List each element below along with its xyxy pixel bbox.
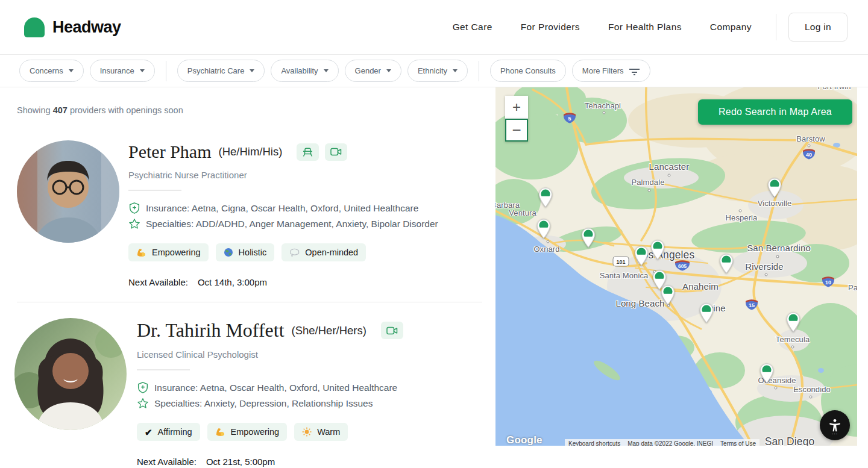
- filter-label: More Filters: [582, 66, 624, 75]
- specialties-text: Specialties: Anxiety, Depression, Relati…: [154, 398, 373, 409]
- trait-empowering: Empowering: [128, 243, 209, 261]
- map-label-palmdale: Palmdale: [632, 178, 665, 187]
- muscle-icon: [136, 248, 146, 257]
- map-label-fort-irwin: Fort Irwin: [817, 87, 851, 91]
- filter-lines-icon: [629, 67, 640, 75]
- globe-icon: [224, 248, 233, 257]
- filter-label: Concerns: [30, 66, 63, 75]
- filter-insurance[interactable]: Insurance: [90, 60, 155, 82]
- specialties-row: Specialties: Anxiety, Depression, Relati…: [137, 398, 403, 410]
- chevron-down-icon: [140, 69, 145, 72]
- card-divider: [137, 369, 190, 370]
- chevron-down-icon: [69, 69, 74, 72]
- map-pin[interactable]: [650, 240, 665, 263]
- nav-get-care[interactable]: Get Care: [453, 22, 492, 33]
- route-shield-i605: 605: [673, 258, 691, 274]
- google-logo[interactable]: Google: [506, 434, 542, 446]
- card-divider: [128, 190, 181, 191]
- nav-for-providers[interactable]: For Providers: [521, 22, 580, 33]
- filter-ethnicity[interactable]: Ethnicity: [407, 60, 468, 82]
- map-label-tehachapi: Tehachapi: [585, 101, 621, 110]
- route-shield-us101: 101: [612, 256, 629, 269]
- map-pin[interactable]: [699, 303, 714, 326]
- insurance-text: Insurance: Aetna, Oscar Health, Oxford, …: [154, 382, 397, 393]
- route-shield-i15: 15: [744, 298, 760, 313]
- provider-results-panel: Showing 407 providers with openings soon: [0, 87, 495, 468]
- check-icon: ✔: [145, 428, 153, 437]
- town-dot: [775, 387, 778, 390]
- headway-logo-icon: [24, 17, 45, 37]
- filter-concerns[interactable]: Concerns: [19, 60, 84, 82]
- map-label-long-beach: Long Beach: [615, 298, 664, 308]
- map-data-text: Map data ©2022 Google, INEGI: [624, 439, 717, 446]
- map-pin[interactable]: [760, 363, 774, 386]
- muscle-icon: [215, 427, 225, 437]
- results-prefix: Showing: [17, 105, 51, 115]
- map-pin[interactable]: [536, 219, 551, 242]
- map-pin[interactable]: [661, 285, 675, 308]
- next-available-row: Next Available: Oct 21st, 5:00pm: [137, 457, 403, 467]
- provider-pronouns: (He/Him/His): [218, 145, 282, 158]
- filter-more-filters[interactable]: More Filters: [572, 60, 651, 82]
- map-pin[interactable]: [767, 178, 782, 201]
- nav-for-health-plans[interactable]: For Health Plans: [608, 22, 682, 33]
- shield-plus-icon: [137, 381, 149, 394]
- trait-badges: Empowering Holistic: [128, 243, 438, 261]
- filter-availability[interactable]: Availability: [271, 60, 338, 82]
- town-dot: [739, 210, 742, 213]
- filter-label: Psychiatric Care: [187, 66, 245, 75]
- map-pin[interactable]: [538, 187, 553, 210]
- login-button[interactable]: Log in: [788, 13, 848, 42]
- map-label-riverside: Riverside: [745, 261, 783, 272]
- route-shield-i5: 5: [562, 111, 577, 126]
- map-label-lancaster: Lancaster: [649, 161, 690, 172]
- filter-bar: Concerns Insurance Psychiatric Care Avai…: [0, 55, 868, 87]
- trait-label: Holistic: [239, 248, 267, 257]
- svg-text:101: 101: [616, 259, 625, 265]
- accessibility-widget-button[interactable]: ...: [820, 410, 850, 440]
- nav-divider: [776, 14, 776, 40]
- accessibility-dots: ...: [832, 432, 838, 433]
- map-pin[interactable]: [719, 254, 734, 276]
- provider-photo: [17, 140, 119, 243]
- filter-gender[interactable]: Gender: [345, 60, 401, 82]
- trait-open-minded: Open-minded: [281, 243, 366, 261]
- chevron-down-icon: [324, 69, 329, 72]
- zoom-out-button[interactable]: −: [505, 119, 528, 142]
- keyboard-shortcuts-link[interactable]: Keyboard shortcuts: [565, 439, 624, 446]
- provider-name: Dr. Tahirih Moffett: [137, 319, 285, 342]
- star-icon: [137, 398, 149, 410]
- filter-group-divider: [166, 61, 166, 81]
- route-shield-i40: 40: [801, 147, 817, 163]
- provider-card-tahirih-moffett[interactable]: Dr. Tahirih Moffett (She/Her/Hers) Licen…: [14, 318, 482, 467]
- trait-warm: Warm: [294, 423, 348, 441]
- map-label-hesperia: Hesperia: [726, 213, 758, 222]
- redo-search-button[interactable]: Redo Search in Map Area: [698, 99, 852, 125]
- chevron-down-icon: [250, 69, 254, 72]
- svg-text:40: 40: [806, 152, 812, 158]
- filter-psychiatric-care[interactable]: Psychiatric Care: [177, 60, 265, 82]
- filter-label: Availability: [281, 66, 318, 75]
- results-number: 407: [53, 105, 68, 115]
- primary-nav: Get Care For Providers For Health Plans …: [453, 22, 752, 33]
- map-label-temecula: Temecula: [776, 335, 810, 344]
- map-attribution: Keyboard shortcuts Map data ©2022 Google…: [565, 439, 760, 446]
- trait-label: Open-minded: [305, 248, 358, 257]
- nav-company[interactable]: Company: [710, 22, 752, 33]
- map-label-ventura: Ventura: [509, 208, 536, 217]
- trait-label: Empowering: [231, 427, 280, 437]
- zoom-in-button[interactable]: +: [505, 96, 528, 119]
- provider-card-peter-pham[interactable]: Peter Pham (He/Him/His): [17, 140, 482, 287]
- map[interactable]: Fort Irwin Tehachapi Barstow Lancaster P…: [495, 87, 857, 446]
- map-pin[interactable]: [581, 228, 596, 251]
- filter-phone-consults[interactable]: Phone Consults: [490, 60, 566, 82]
- town-dot: [648, 189, 651, 192]
- town-dot: [603, 111, 606, 114]
- map-zoom-control: + −: [505, 96, 528, 142]
- map-pin[interactable]: [786, 312, 800, 335]
- map-pin[interactable]: [634, 246, 649, 269]
- terms-of-use-link[interactable]: Terms of Use: [717, 439, 760, 446]
- card-separator: [17, 302, 482, 302]
- headway-logo[interactable]: Headway: [24, 17, 121, 37]
- town-dot: [791, 346, 794, 349]
